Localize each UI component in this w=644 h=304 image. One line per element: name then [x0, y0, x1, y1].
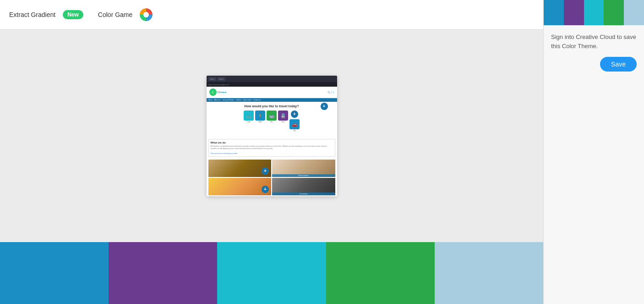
main-preview-area: Tab 1 Tab 2 https://www.example.com C Ch… — [0, 30, 543, 242]
website-preview: Tab 1 Tab 2 https://www.example.com C Ch… — [207, 76, 337, 196]
browser-url-bar: https://www.example.com — [207, 82, 337, 87]
bottom-swatch-teal[interactable] — [217, 242, 326, 304]
swatch-teal[interactable] — [584, 0, 604, 25]
twitter-icon: t — [333, 91, 334, 94]
bus-label: Bus — [270, 121, 273, 123]
train-icon-box: 🚆 — [278, 111, 288, 121]
nav-journey: Journey Planner — [223, 99, 235, 101]
swatch-green[interactable] — [604, 0, 624, 25]
travel-taxi: + 🚗 Taxi — [289, 111, 300, 132]
image-grid: + School leavers + Commuters — [207, 159, 337, 196]
top-color-swatches — [544, 0, 644, 25]
taxi-icon-box: 🚗 — [289, 119, 300, 129]
taxi-label: Taxi — [293, 130, 295, 132]
color-wheel-icon — [140, 8, 153, 21]
nav-tickets: Tickets — [236, 99, 241, 101]
image-cell-4: Commuters — [272, 178, 335, 195]
site-logo: C Choice — [209, 88, 227, 96]
add-color-button-2[interactable]: + — [291, 111, 298, 118]
add-color-button-1[interactable]: + — [321, 103, 328, 110]
travel-train: 🚆 Train — [278, 111, 288, 132]
toolbar-left: Extract Gradient New Color Game — [9, 8, 322, 21]
add-color-button-4[interactable]: + — [262, 186, 269, 193]
walk-icon-box: 🚶 — [255, 111, 265, 121]
image-cell-2: School leavers — [272, 160, 335, 177]
logo-circle: C — [209, 88, 217, 96]
logo-text: Choice — [218, 91, 227, 94]
bottom-swatch-purple[interactable] — [109, 242, 217, 304]
what-we-do-link[interactable]: Find out how we could help you travel — [211, 153, 238, 155]
image-cell-1: + — [208, 160, 272, 177]
what-we-do-section: What we do At Transdev, our dedicated te… — [208, 139, 335, 157]
browser-tab: Tab 1 — [208, 77, 217, 81]
bus-icon-box: 🚌 — [267, 111, 277, 121]
travel-options: 🚲 Cycle 🚶 Walk 🚌 Bus 🚆 Train — [208, 111, 335, 132]
new-badge: New — [63, 10, 83, 19]
school-leavers-label: School leavers — [272, 174, 335, 177]
search-icon: 🔍 — [327, 91, 330, 94]
url-text: https://www.example.com — [208, 83, 229, 86]
bottom-color-swatches — [0, 242, 543, 304]
browser-tab-2: Tab 2 — [217, 77, 225, 81]
travel-walk: 🚶 Walk — [255, 111, 265, 132]
nav-home: Home — [208, 99, 213, 101]
color-game-label: Color Game — [98, 11, 132, 18]
walk-label: Walk — [259, 121, 262, 123]
svg-point-1 — [143, 12, 149, 17]
travel-bus: 🚌 Bus — [267, 111, 277, 132]
what-we-do-text: At Transdev, our dedicated team work har… — [211, 145, 333, 150]
swatch-purple[interactable] — [564, 0, 584, 25]
right-panel: Sign into Creative Cloud to save this Co… — [543, 0, 644, 304]
cycle-icon-box: 🚲 — [244, 111, 254, 121]
commuters-label: Commuters — [272, 193, 335, 195]
swatch-light-blue[interactable] — [624, 0, 644, 25]
browser-bar: Tab 1 Tab 2 — [207, 76, 337, 82]
extract-gradient-label: Extract Gradient — [9, 11, 55, 18]
swatch-blue[interactable] — [544, 0, 564, 25]
nav-about: About us — [214, 99, 221, 101]
hero-section: How would you like to travel today? + 🚲 … — [207, 102, 337, 137]
image-cell-3: + — [208, 178, 272, 195]
what-we-do-title: What we do — [211, 141, 333, 144]
bottom-swatch-green[interactable] — [326, 242, 435, 304]
nav-contact: Contact us — [253, 99, 261, 101]
bottom-swatch-light-blue[interactable] — [435, 242, 543, 304]
hero-title: How would you like to travel today? — [208, 105, 335, 108]
right-panel-content: Sign into Creative Cloud to save this Co… — [544, 25, 644, 304]
facebook-icon: f — [332, 91, 332, 94]
travel-cycle: 🚲 Cycle — [244, 111, 254, 132]
site-header: C Choice 🔍 f t — [207, 87, 337, 98]
signin-text: Sign into Creative Cloud to save this Co… — [551, 33, 637, 50]
train-label: Train — [282, 121, 285, 123]
header-icons: 🔍 f t — [327, 91, 334, 94]
site-nav: Home About us Journey Planner Tickets La… — [207, 98, 337, 102]
nav-news: Latest news — [243, 99, 251, 101]
save-button[interactable]: Save — [600, 57, 637, 72]
cycle-label: Cycle — [247, 121, 251, 123]
bottom-swatch-blue[interactable] — [0, 242, 109, 304]
add-color-button-3[interactable]: + — [262, 167, 269, 175]
